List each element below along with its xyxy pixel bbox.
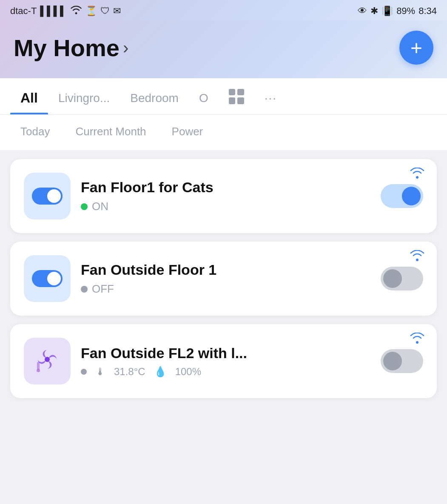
humidity-icon: 💧: [154, 366, 167, 378]
toggle-circle-2: [383, 269, 402, 288]
wifi-icon-3: [410, 333, 425, 347]
carrier-label: dtac-T: [10, 6, 37, 17]
device-status-2: OFF: [81, 282, 370, 296]
tab-all[interactable]: All: [10, 78, 48, 114]
device-name-1: Fan Floor1 for Cats: [81, 179, 370, 196]
bluetooth-icon: ✱: [370, 6, 378, 17]
energy-subtabs: Today Current Month Power: [0, 115, 447, 151]
device-name-3: Fan Outside FL2 with l...: [81, 345, 370, 362]
svg-point-2: [37, 369, 40, 372]
tab-livingroom[interactable]: Livingro...: [48, 80, 120, 114]
header: My Home › +: [0, 20, 447, 78]
thermometer-icon: 🌡: [95, 366, 105, 378]
tab-other[interactable]: O: [189, 80, 219, 114]
subtab-power[interactable]: Power: [172, 122, 203, 142]
svg-point-0: [45, 357, 50, 362]
fan-icon-toggle-2: [32, 270, 63, 287]
toggle-circle-3: [383, 352, 402, 370]
status-bar: dtac-T ▌▌▌▌ ⏳ 🛡 ✉ 👁 ✱ 📳 89% 8:34: [0, 0, 447, 20]
device-name-2: Fan Outside Floor 1: [81, 262, 370, 278]
device-icon-2: [24, 255, 71, 302]
svg-rect-1: [37, 362, 40, 370]
subtab-current-month[interactable]: Current Month: [75, 122, 146, 142]
room-tabs: All Livingro... Bedroom O ···: [0, 78, 447, 115]
device-info-2: Fan Outside Floor 1 OFF: [81, 262, 370, 296]
device-card-fan-outside-fl2: Fan Outside FL2 with l... 🌡 31.8°C 💧 100…: [10, 324, 437, 398]
dnd-icon: ⏳: [85, 6, 97, 17]
devices-list: Fan Floor1 for Cats ON Fan Outside Floor: [0, 151, 447, 407]
fan-icon-toggle-1: [32, 188, 63, 205]
wifi-status-icon: [70, 5, 82, 17]
vibrate-icon: 📳: [382, 6, 393, 17]
subtab-today[interactable]: Today: [20, 122, 50, 142]
sensor-icon-3: [34, 346, 61, 377]
device-toggle-3[interactable]: [381, 349, 423, 373]
signal-icon: ▌▌▌▌: [40, 6, 66, 17]
humidity-value: 100%: [175, 366, 201, 378]
device-meta-3: 🌡 31.8°C 💧 100%: [81, 366, 370, 378]
temp-value: 31.8°C: [114, 366, 145, 378]
tab-bedroom[interactable]: Bedroom: [120, 80, 189, 114]
toggle-circle-1: [402, 187, 421, 205]
device-toggle-1[interactable]: [381, 184, 423, 208]
vpn-icon: 🛡: [100, 6, 110, 17]
tab-grid[interactable]: [219, 80, 254, 113]
status-right: 👁 ✱ 📳 89% 8:34: [358, 6, 437, 17]
tab-more[interactable]: ···: [254, 80, 287, 114]
device-card-fan-outside-floor1: Fan Outside Floor 1 OFF: [10, 242, 437, 316]
device-info-3: Fan Outside FL2 with l... 🌡 31.8°C 💧 100…: [81, 345, 370, 378]
mail-icon: ✉: [113, 6, 121, 17]
wifi-icon-2: [410, 250, 425, 265]
device-icon-1: [24, 173, 71, 219]
status-dot-3: [81, 369, 87, 375]
eye-icon: 👁: [358, 6, 367, 17]
device-info-1: Fan Floor1 for Cats ON: [81, 179, 370, 213]
device-status-1: ON: [81, 200, 370, 213]
home-title: My Home ›: [14, 34, 128, 62]
wifi-icon-1: [410, 168, 425, 182]
time-label: 8:34: [419, 6, 437, 17]
device-icon-3: [24, 338, 71, 384]
device-card-fan-floor1-cats: Fan Floor1 for Cats ON: [10, 159, 437, 233]
battery-label: 89%: [396, 6, 415, 17]
add-device-button[interactable]: +: [399, 31, 433, 65]
home-chevron: ›: [123, 38, 128, 57]
status-left: dtac-T ▌▌▌▌ ⏳ 🛡 ✉: [10, 5, 121, 17]
device-toggle-2[interactable]: [381, 267, 423, 290]
status-dot-2: [81, 286, 88, 293]
status-dot-1: [81, 203, 88, 210]
